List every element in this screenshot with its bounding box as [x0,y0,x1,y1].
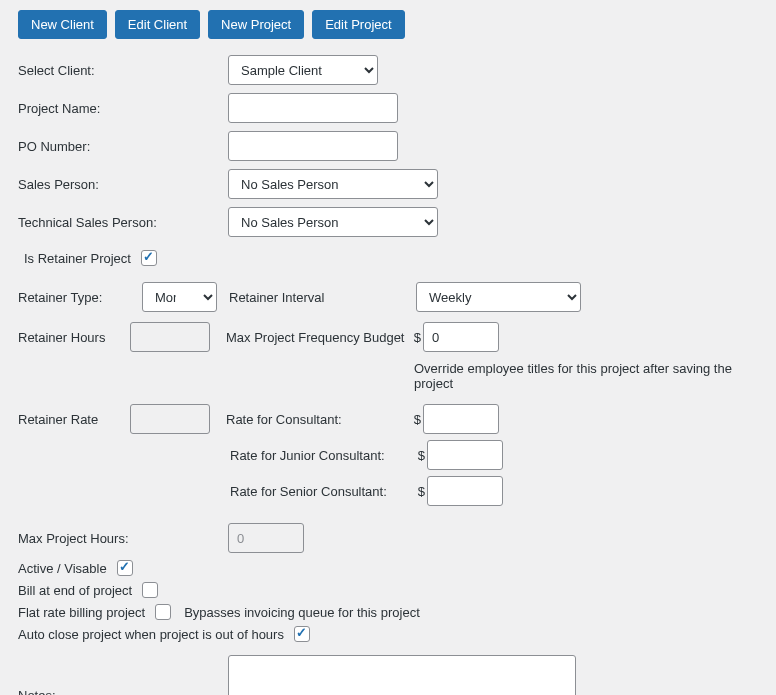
new-project-button[interactable]: New Project [208,10,304,39]
sales-person-dropdown[interactable]: No Sales Person [228,169,438,199]
dollar-sign: $ [411,330,421,345]
max-hours-input[interactable] [228,523,304,553]
retainer-rate-label: Retainer Rate [18,412,130,427]
rate-junior-label: Rate for Junior Consultant: [230,448,415,463]
rate-senior-label: Rate for Senior Consultant: [230,484,415,499]
po-number-label: PO Number: [18,139,228,154]
retainer-interval-dropdown[interactable]: Weekly [416,282,581,312]
is-retainer-label: Is Retainer Project [24,251,131,266]
rate-junior-input[interactable] [427,440,503,470]
bill-end-label: Bill at end of project [18,583,132,598]
auto-close-label: Auto close project when project is out o… [18,627,284,642]
notes-textarea[interactable] [228,655,576,695]
retainer-type-dropdown[interactable]: Money [142,282,217,312]
auto-close-checkbox[interactable] [294,626,310,642]
flat-rate-checkbox[interactable] [155,604,171,620]
dollar-sign: $ [411,412,421,427]
rate-consultant-input[interactable] [423,404,499,434]
tech-sales-person-label: Technical Sales Person: [18,215,228,230]
override-hint: Override employee titles for this projec… [414,361,758,391]
retainer-hours-label: Retainer Hours [18,330,130,345]
active-visible-checkbox[interactable] [117,560,133,576]
active-visible-label: Active / Visable [18,561,107,576]
rate-senior-input[interactable] [427,476,503,506]
max-hours-label: Max Project Hours: [18,531,228,546]
project-name-label: Project Name: [18,101,228,116]
is-retainer-checkbox[interactable] [141,250,157,266]
po-number-input[interactable] [228,131,398,161]
rate-consultant-label: Rate for Consultant: [226,412,411,427]
project-name-input[interactable] [228,93,398,123]
edit-client-button[interactable]: Edit Client [115,10,200,39]
bill-end-checkbox[interactable] [142,582,158,598]
retainer-rate-input[interactable] [130,404,210,434]
retainer-hours-input[interactable] [130,322,210,352]
select-client-dropdown[interactable]: Sample Client [228,55,378,85]
flat-rate-hint: Bypasses invoicing queue for this projec… [184,605,420,620]
dollar-sign: $ [415,448,425,463]
max-freq-budget-label: Max Project Frequency Budget [226,330,411,345]
retainer-interval-label: Retainer Interval [229,290,404,305]
flat-rate-label: Flat rate billing project [18,605,145,620]
tech-sales-person-dropdown[interactable]: No Sales Person [228,207,438,237]
retainer-type-label: Retainer Type: [18,290,130,305]
edit-project-button[interactable]: Edit Project [312,10,404,39]
top-button-bar: New Client Edit Client New Project Edit … [18,10,758,39]
max-freq-budget-input[interactable] [423,322,499,352]
new-client-button[interactable]: New Client [18,10,107,39]
sales-person-label: Sales Person: [18,177,228,192]
notes-label: Notes: [18,688,228,696]
dollar-sign: $ [415,484,425,499]
select-client-label: Select Client: [18,63,228,78]
